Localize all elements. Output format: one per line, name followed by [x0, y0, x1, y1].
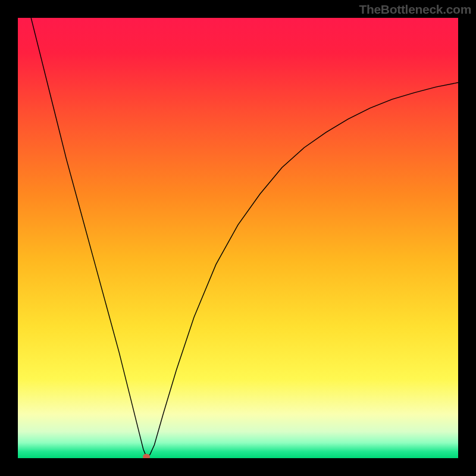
- gradient-background: [18, 18, 458, 458]
- chart-container: TheBottleneck.com: [0, 0, 476, 476]
- plot-area: [18, 18, 458, 458]
- bottleneck-chart: [18, 18, 458, 458]
- watermark-text: TheBottleneck.com: [359, 2, 471, 17]
